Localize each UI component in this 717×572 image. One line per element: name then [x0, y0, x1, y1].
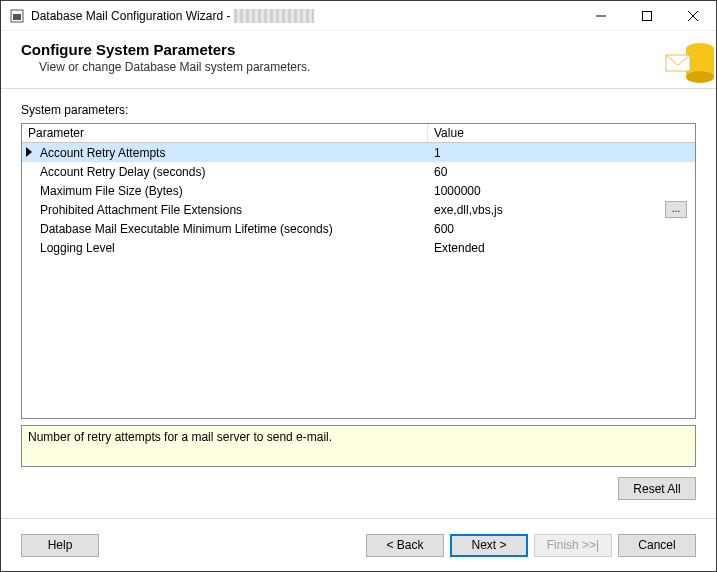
value-text: 1 — [434, 146, 441, 160]
ellipsis-button[interactable]: ... — [665, 201, 687, 218]
minimize-button[interactable] — [578, 1, 624, 31]
value-cell[interactable]: 1 — [428, 146, 695, 160]
grid-body: Account Retry Attempts1Account Retry Del… — [22, 143, 695, 418]
page-title: Configure System Parameters — [21, 41, 696, 58]
value-cell[interactable]: 60 — [428, 165, 695, 179]
value-cell[interactable]: 600 — [428, 222, 695, 236]
reset-all-button[interactable]: Reset All — [618, 477, 696, 500]
wizard-body: System parameters: Parameter Value Accou… — [1, 89, 716, 512]
param-cell[interactable]: Logging Level — [22, 241, 428, 255]
wizard-footer: Help < Back Next > Finish >>| Cancel — [1, 519, 716, 571]
value-text: 600 — [434, 222, 454, 236]
titlebar[interactable]: Database Mail Configuration Wizard - — [1, 1, 716, 31]
param-cell[interactable]: Maximum File Size (Bytes) — [22, 184, 428, 198]
param-cell[interactable]: Account Retry Delay (seconds) — [22, 165, 428, 179]
col-header-value[interactable]: Value — [428, 124, 695, 142]
svg-rect-1 — [13, 14, 21, 20]
table-row[interactable]: Database Mail Executable Minimum Lifetim… — [22, 219, 695, 238]
description-panel: Number of retry attempts for a mail serv… — [21, 425, 696, 467]
header-graphic-icon — [664, 37, 716, 89]
svg-point-8 — [686, 71, 714, 83]
param-cell[interactable]: Prohibited Attachment File Extensions — [22, 203, 428, 217]
table-row[interactable]: Prohibited Attachment File Extensionsexe… — [22, 200, 695, 219]
close-button[interactable] — [670, 1, 716, 31]
value-cell[interactable]: 1000000 — [428, 184, 695, 198]
param-cell[interactable]: Account Retry Attempts — [22, 146, 428, 160]
value-text: 60 — [434, 165, 447, 179]
help-button[interactable]: Help — [21, 534, 99, 557]
description-text: Number of retry attempts for a mail serv… — [28, 430, 332, 444]
value-text: exe,dll,vbs,js — [434, 203, 503, 217]
server-name-redacted — [234, 9, 314, 23]
value-cell[interactable]: Extended — [428, 241, 695, 255]
page-subtitle: View or change Database Mail system para… — [39, 60, 696, 74]
table-row[interactable]: Account Retry Delay (seconds)60 — [22, 162, 695, 181]
table-row[interactable]: Account Retry Attempts1 — [22, 143, 695, 162]
table-row[interactable]: Maximum File Size (Bytes)1000000 — [22, 181, 695, 200]
param-cell[interactable]: Database Mail Executable Minimum Lifetim… — [22, 222, 428, 236]
window-title: Database Mail Configuration Wizard - — [31, 9, 230, 23]
value-text: 1000000 — [434, 184, 481, 198]
finish-button: Finish >>| — [534, 534, 612, 557]
app-icon — [9, 8, 25, 24]
col-header-parameter[interactable]: Parameter — [22, 124, 428, 142]
grid-caption: System parameters: — [21, 103, 696, 117]
next-button[interactable]: Next > — [450, 534, 528, 557]
back-button[interactable]: < Back — [366, 534, 444, 557]
maximize-button[interactable] — [624, 1, 670, 31]
wizard-header: Configure System Parameters View or chan… — [1, 31, 716, 89]
svg-rect-3 — [643, 11, 652, 20]
value-cell[interactable]: exe,dll,vbs,js... — [428, 201, 695, 218]
value-text: Extended — [434, 241, 485, 255]
parameters-grid[interactable]: Parameter Value Account Retry Attempts1A… — [21, 123, 696, 419]
cancel-button[interactable]: Cancel — [618, 534, 696, 557]
grid-header: Parameter Value — [22, 124, 695, 143]
table-row[interactable]: Logging LevelExtended — [22, 238, 695, 257]
wizard-window: Database Mail Configuration Wizard - Con… — [0, 0, 717, 572]
